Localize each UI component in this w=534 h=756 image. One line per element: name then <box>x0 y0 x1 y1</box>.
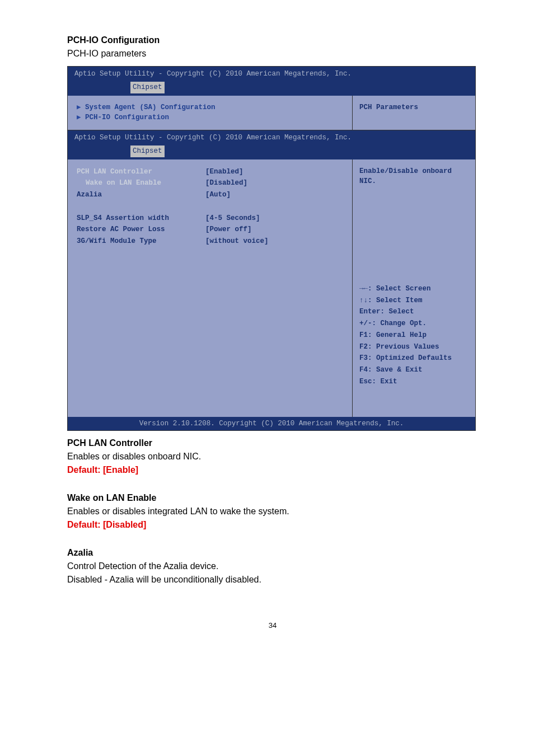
bios1-right-pane: PCH Parameters <box>352 96 475 130</box>
sec2-default: Default: [Disabled] <box>67 518 478 532</box>
bios2-help-line-6: F3: Optimized Defaults <box>359 353 469 364</box>
bios2-help-top: Enable/Disable onboard NIC. <box>359 166 469 187</box>
bios2-help-line-4: F1: General Help <box>359 330 469 341</box>
bios1-help-text: PCH Parameters <box>359 102 469 113</box>
sec1-default: Default: [Enable] <box>67 463 478 477</box>
bios2-tabs: Chipset <box>68 145 475 159</box>
bios1-tab-chipset: Chipset <box>130 82 165 93</box>
bios2-setting-1: Wake on LAN Enable [Disabled] <box>77 177 343 189</box>
bios1-header-title: Aptio Setup Utility - Copyright (C) 2010… <box>74 69 352 79</box>
page-number: 34 <box>67 620 478 631</box>
bios2-setting-5: Restore AC Power Loss [Power off] <box>77 224 343 236</box>
bios2-help-line-0: →←: Select Screen <box>359 283 469 295</box>
bios1-tabs: Chipset <box>68 82 475 96</box>
bios2-setting-0: PCH LAN Controller [Enabled] <box>77 166 343 178</box>
bios1-header: Aptio Setup Utility - Copyright (C) 2010… <box>68 67 475 82</box>
sec2-desc: Enables or disables integrated LAN to wa… <box>67 505 478 518</box>
sec3-desc1: Control Detection of the Azalia device. <box>67 560 478 573</box>
sec3-title: Azalia <box>67 546 478 560</box>
bios2-help-line-7: F4: Save & Exit <box>359 364 469 376</box>
sec1-desc: Enables or disables onboard NIC. <box>67 450 478 463</box>
bios2-help-bottom: →←: Select Screen ↑↓: Select Item Enter:… <box>359 283 469 388</box>
bios2-setting-3 <box>77 201 343 213</box>
bios2-setting-6: 3G/Wifi Module Type [without voice] <box>77 236 343 247</box>
bios2-setting-4: SLP_S4 Assertion width [4-5 Seconds] <box>77 213 343 224</box>
bios2-left-pane: PCH LAN Controller [Enabled] Wake on LAN… <box>68 159 352 417</box>
bios2-setting-2: Azalia [Auto] <box>77 189 343 201</box>
bios2-help-line-3: +/-: Change Opt. <box>359 318 469 330</box>
bios2-help-line-5: F2: Previous Values <box>359 341 469 353</box>
bios2-help-line-8: Esc: Exit <box>359 376 469 388</box>
bios1-body: ▶ System Agent (SA) Configuration ▶ PCH-… <box>68 96 475 130</box>
bios2-tab-chipset: Chipset <box>130 145 165 157</box>
page-subheading: PCH-IO parameters <box>67 47 478 60</box>
sec2-title: Wake on LAN Enable <box>67 491 478 505</box>
bios2-body: PCH LAN Controller [Enabled] Wake on LAN… <box>68 159 475 417</box>
bios1-left-pane: ▶ System Agent (SA) Configuration ▶ PCH-… <box>68 96 352 130</box>
page-heading: PCH-IO Configuration <box>67 34 478 47</box>
bios2-header-title: Aptio Setup Utility - Copyright (C) 2010… <box>74 133 352 143</box>
bios2-footer: Version 2.10.1208. Copyright (C) 2010 Am… <box>68 417 475 431</box>
bios-screenshot-1: Aptio Setup Utility - Copyright (C) 2010… <box>67 66 476 130</box>
bios1-item-sa: ▶ System Agent (SA) Configuration <box>77 102 343 113</box>
bios-screenshot-2: Aptio Setup Utility - Copyright (C) 2010… <box>67 130 476 431</box>
sec1-title: PCH LAN Controller <box>67 436 478 450</box>
bios1-item-pchio: ▶ PCH-IO Configuration <box>77 112 343 123</box>
bios2-help-line-1: ↑↓: Select Item <box>359 295 469 307</box>
bios2-header: Aptio Setup Utility - Copyright (C) 2010… <box>68 130 475 145</box>
bios2-help-line-2: Enter: Select <box>359 306 469 318</box>
sec3-desc2: Disabled - Azalia will be unconditionall… <box>67 573 478 586</box>
bios2-right-pane: Enable/Disable onboard NIC. →←: Select S… <box>352 159 475 417</box>
